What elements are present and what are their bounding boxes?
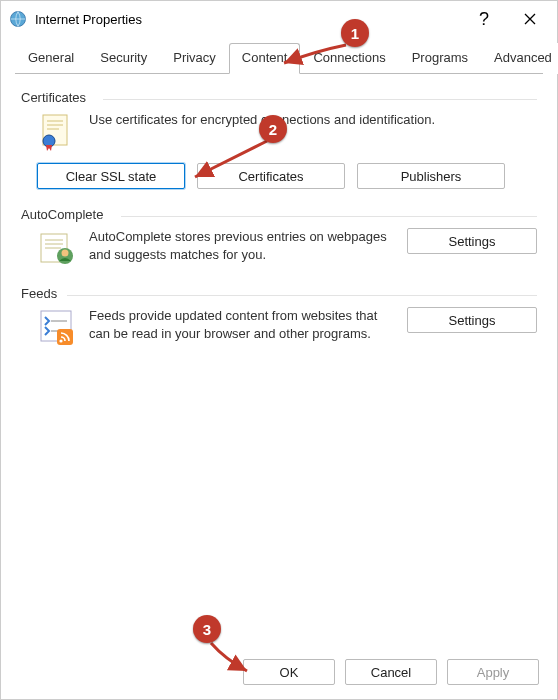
clear-ssl-state-button[interactable]: Clear SSL state bbox=[37, 163, 185, 189]
feeds-settings-button[interactable]: Settings bbox=[407, 307, 537, 333]
ok-button[interactable]: OK bbox=[243, 659, 335, 685]
tab-advanced[interactable]: Advanced bbox=[481, 43, 558, 74]
autocomplete-description: AutoComplete stores previous entries on … bbox=[89, 228, 395, 263]
group-feeds: Feeds Feeds provide u bbox=[21, 286, 537, 347]
window-title: Internet Properties bbox=[35, 12, 461, 27]
certificate-icon bbox=[37, 111, 77, 151]
publishers-button[interactable]: Publishers bbox=[357, 163, 505, 189]
feeds-description: Feeds provide updated content from websi… bbox=[89, 307, 395, 342]
dialog-footer: OK Cancel Apply bbox=[1, 647, 557, 699]
internet-options-icon bbox=[9, 10, 27, 28]
close-button[interactable] bbox=[507, 3, 553, 35]
certificates-description: Use certificates for encrypted connectio… bbox=[89, 111, 537, 129]
window-controls: ? bbox=[461, 3, 553, 35]
autocomplete-settings-button[interactable]: Settings bbox=[407, 228, 537, 254]
svg-point-16 bbox=[59, 339, 62, 342]
autocomplete-icon bbox=[37, 228, 77, 268]
feeds-icon bbox=[37, 307, 77, 347]
tab-privacy[interactable]: Privacy bbox=[160, 43, 229, 74]
help-button[interactable]: ? bbox=[461, 3, 507, 35]
svg-rect-15 bbox=[57, 329, 73, 345]
tab-bar: General Security Privacy Content Connect… bbox=[1, 37, 557, 74]
group-certificates: Certificates Use certificates for encryp… bbox=[21, 90, 537, 189]
cancel-button[interactable]: Cancel bbox=[345, 659, 437, 685]
tab-content-panel: Certificates Use certificates for encryp… bbox=[1, 74, 557, 647]
group-autocomplete: AutoComplete AutoComp bbox=[21, 207, 537, 268]
tab-programs[interactable]: Programs bbox=[399, 43, 481, 74]
titlebar: Internet Properties ? bbox=[1, 1, 557, 37]
internet-properties-dialog: Internet Properties ? General Security P… bbox=[0, 0, 558, 700]
tab-security[interactable]: Security bbox=[87, 43, 160, 74]
group-feeds-heading: Feeds bbox=[21, 286, 537, 307]
certificates-button[interactable]: Certificates bbox=[197, 163, 345, 189]
tab-connections[interactable]: Connections bbox=[300, 43, 398, 74]
group-autocomplete-heading: AutoComplete bbox=[21, 207, 537, 228]
tab-general[interactable]: General bbox=[15, 43, 87, 74]
svg-point-11 bbox=[62, 250, 69, 257]
group-certificates-heading: Certificates bbox=[21, 90, 537, 111]
tab-content[interactable]: Content bbox=[229, 43, 301, 74]
apply-button[interactable]: Apply bbox=[447, 659, 539, 685]
